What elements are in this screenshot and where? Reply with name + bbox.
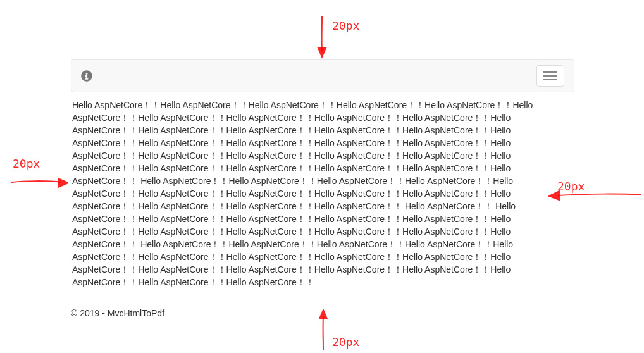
page-canvas: 20px 20px 20px 20px: [0, 0, 644, 353]
arrow-right-icon: [10, 175, 68, 194]
nav-toggle-button[interactable]: [536, 65, 564, 87]
margin-annotation-bottom: 20px: [332, 335, 359, 349]
hamburger-bar-icon: [543, 79, 557, 80]
margin-annotation-top: 20px: [332, 19, 359, 32]
hamburger-bar-icon: [543, 75, 557, 77]
body-text: Hello AspNetCore！！Hello AspNetCore！！Hell…: [72, 99, 573, 288]
svg-marker-1: [58, 178, 68, 187]
svg-marker-0: [318, 48, 326, 57]
info-circle-icon: [81, 70, 92, 82]
document-body: Hello AspNetCore！！Hello AspNetCore！！Hell…: [71, 99, 574, 288]
footer-text: © 2019 - MvcHtmlToPdf: [71, 308, 574, 318]
footer-divider: [71, 300, 574, 300]
rendered-document: Hello AspNetCore！！Hello AspNetCore！！Hell…: [71, 59, 574, 318]
arrow-down-icon: [314, 15, 333, 58]
margin-annotation-left: 20px: [13, 157, 40, 170]
navbar: [71, 59, 574, 92]
hamburger-bar-icon: [543, 71, 557, 73]
